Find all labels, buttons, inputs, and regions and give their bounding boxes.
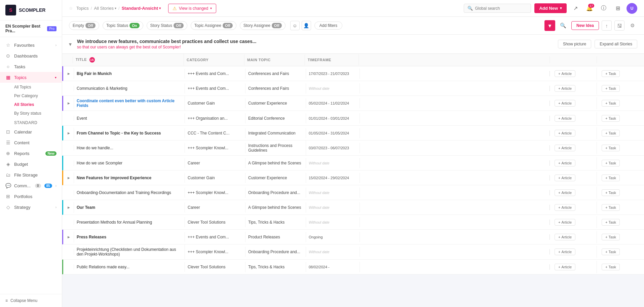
add-task-btn[interactable]: + Task <box>602 219 620 226</box>
new-idea-btn[interactable]: New Idea <box>571 21 599 30</box>
save-btn[interactable]: 🖫 <box>614 21 624 31</box>
row-title[interactable]: Public Relations made easy... <box>77 265 129 269</box>
sidebar-item-comms[interactable]: 💬 Comm... 0 85 › <box>0 180 62 191</box>
expand-icon[interactable]: ▶ <box>66 130 71 136</box>
add-task-btn[interactable]: + Task <box>602 85 620 92</box>
mission-subtitle-link[interactable]: users <box>97 45 107 49</box>
sidebar-logo[interactable]: S SCOMPLER <box>0 0 62 21</box>
expand-icon[interactable]: ▶ <box>66 234 71 240</box>
add-task-btn[interactable]: + Task <box>602 264 620 270</box>
add-article-btn[interactable]: + Article <box>555 85 575 92</box>
row-title[interactable]: Our Team <box>77 205 95 210</box>
add-article-btn[interactable]: + Article <box>555 264 575 270</box>
sidebar-item-calendar[interactable]: ⊡ Calendar <box>0 126 62 137</box>
add-article-btn[interactable]: + Article <box>555 145 575 151</box>
user-avatar[interactable]: U <box>627 3 637 14</box>
notifications-btn[interactable]: 🔔 17 <box>584 3 595 14</box>
sidebar-item-reports[interactable]: ⊕ Reports New <box>0 148 62 159</box>
expand-icon[interactable]: ▶ <box>66 71 71 76</box>
sidebar-item-strategy[interactable]: ◇ Strategy › <box>0 202 62 213</box>
row-title[interactable]: From Channel to Topic - the Key to Succe… <box>77 131 161 136</box>
filter-story-assignee[interactable]: Story Assignee Off <box>240 21 286 30</box>
sidebar-item-all-stories[interactable]: All Stories <box>14 100 62 109</box>
td-expand[interactable]: ▶ <box>63 98 74 109</box>
add-task-btn[interactable]: + Task <box>602 248 620 255</box>
add-article-btn[interactable]: + Article <box>555 160 575 166</box>
share-btn[interactable]: ↑ <box>602 21 612 31</box>
add-article-btn[interactable]: + Article <box>555 248 575 255</box>
filter-topic-status-toggle[interactable]: On <box>129 23 139 28</box>
filter-empty[interactable]: Empty Off <box>69 21 99 30</box>
td-expand[interactable]: ▶ <box>63 202 74 213</box>
td-expand[interactable]: ▶ <box>63 172 74 183</box>
sidebar-item-dashboards[interactable]: ⊙ Dashboards <box>0 50 62 61</box>
row-title[interactable]: Onboarding-Documentation and Training Re… <box>77 190 171 195</box>
add-article-btn[interactable]: + Article <box>555 189 575 196</box>
add-task-btn[interactable]: + Task <box>602 115 620 122</box>
expand-all-btn[interactable]: Expand all Stories <box>595 40 637 48</box>
show-picture-btn[interactable]: Show picture <box>558 40 591 48</box>
row-title[interactable]: Big Fair in Munich <box>77 71 112 76</box>
row-title[interactable]: How do we handle... <box>77 146 113 150</box>
filter-story-status-toggle[interactable]: Off <box>174 23 184 28</box>
settings-btn[interactable]: ⚙ <box>627 21 637 31</box>
row-title[interactable]: Presentation Methods for Annual Planning <box>77 220 152 225</box>
row-title[interactable]: Projekteinrichtung (Checklisten und Doku… <box>77 247 176 257</box>
sidebar-item-topics[interactable]: ▦ Topics ▾ <box>0 72 62 83</box>
filter-topic-assignee-toggle[interactable]: Off <box>223 23 233 28</box>
sidebar-item-per-category[interactable]: Per Category <box>14 91 62 100</box>
view-changed-btn[interactable]: ⚠ View is changed ▾ <box>168 4 216 13</box>
add-article-btn[interactable]: + Article <box>555 204 575 211</box>
export-btn[interactable]: ↗ <box>570 3 581 14</box>
td-expand[interactable]: ▶ <box>63 68 74 79</box>
add-task-btn[interactable]: + Task <box>602 100 620 107</box>
filter-active-btn[interactable]: ▼ <box>544 20 555 31</box>
add-new-button[interactable]: Add New ▾ <box>534 3 567 13</box>
search-input[interactable] <box>475 6 527 11</box>
favourite-star-icon[interactable]: ☆ <box>69 6 73 11</box>
workspace-row[interactable]: EN Scompler Best Pra... Pro <box>0 21 62 37</box>
filter-search-btn[interactable]: 🔍 <box>558 20 569 31</box>
add-task-btn[interactable]: + Task <box>602 145 620 151</box>
sidebar-item-tasks[interactable]: ○ Tasks <box>0 61 62 72</box>
add-article-btn[interactable]: + Article <box>555 219 575 226</box>
add-article-btn[interactable]: + Article <box>555 70 575 77</box>
collapse-menu-btn[interactable]: ≡ Collapse Menu <box>0 294 62 307</box>
add-task-btn[interactable]: + Task <box>602 175 620 181</box>
add-task-btn[interactable]: + Task <box>602 204 620 211</box>
add-task-btn[interactable]: + Task <box>602 189 620 196</box>
info-btn[interactable]: ⓘ <box>598 3 609 14</box>
person-icon-btn[interactable]: 👤 <box>302 21 311 30</box>
add-article-btn[interactable]: + Article <box>555 130 575 137</box>
row-title[interactable]: Communication & Marketing <box>77 86 127 91</box>
td-expand[interactable]: ▶ <box>63 128 74 139</box>
expand-icon[interactable]: ▶ <box>66 205 71 210</box>
add-task-btn[interactable]: + Task <box>602 70 620 77</box>
row-title[interactable]: Press Releases <box>77 235 106 239</box>
add-filters-btn[interactable]: Add filters <box>314 22 342 30</box>
face-icon-btn[interactable]: ☺ <box>290 21 300 30</box>
td-expand[interactable]: ▶ <box>63 232 74 242</box>
add-article-btn[interactable]: + Article <box>555 175 575 181</box>
filter-topic-status[interactable]: Topic Status On <box>103 21 143 30</box>
filter-story-assignee-toggle[interactable]: Off <box>272 23 282 28</box>
expand-icon[interactable]: ▶ <box>66 175 71 181</box>
breadcrumb-current[interactable]: Standard-Ansicht ▾ <box>122 6 161 11</box>
filter-topic-assignee[interactable]: Topic Assignee Off <box>191 21 236 30</box>
row-title[interactable]: Event <box>77 116 87 121</box>
filter-empty-toggle[interactable]: Off <box>85 23 96 28</box>
row-title[interactable]: How do we use Scompler <box>77 161 122 165</box>
filter-story-status[interactable]: Story Status Off <box>147 21 187 30</box>
add-task-btn[interactable]: + Task <box>602 160 620 166</box>
sidebar-item-portfolios[interactable]: ⊞ Portfolios <box>0 191 62 202</box>
breadcrumb-topics[interactable]: Topics <box>76 6 89 11</box>
add-article-btn[interactable]: + Article <box>555 115 575 122</box>
sidebar-item-all-topics[interactable]: All Topics <box>14 83 62 91</box>
row-title[interactable]: New Features for improved Experience <box>77 176 151 180</box>
sidebar-item-budget[interactable]: ◈ Budget <box>0 159 62 169</box>
sidebar-item-file-storage[interactable]: 🗂 File Storage <box>0 169 62 180</box>
add-article-btn[interactable]: + Article <box>555 234 575 240</box>
grid-btn[interactable]: ⊞ <box>612 3 623 14</box>
row-title[interactable]: Coordinate content even better with cust… <box>77 99 175 108</box>
sidebar-item-content[interactable]: ☰ Content <box>0 137 62 148</box>
